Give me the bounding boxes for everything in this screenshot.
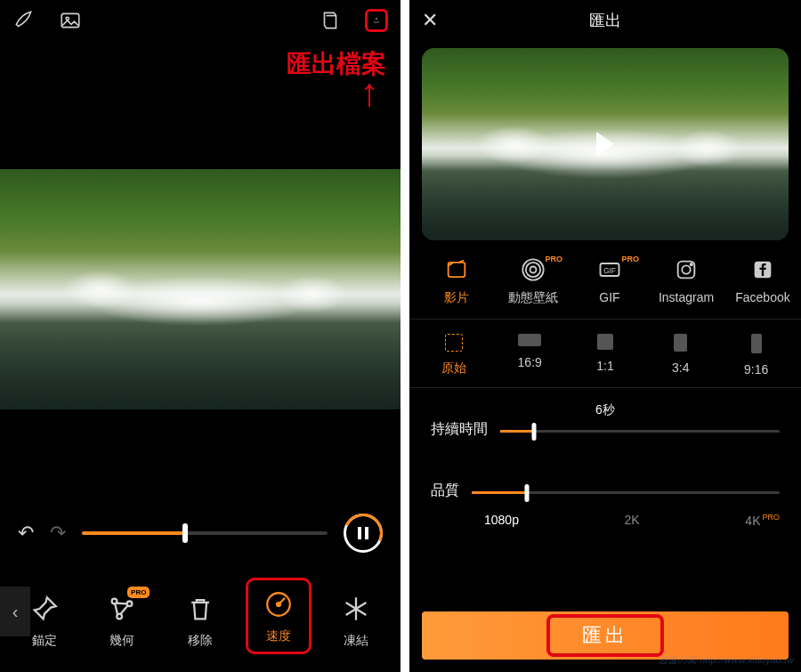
- tool-freeze[interactable]: 凍結: [323, 592, 389, 649]
- duration-value: 6秒: [431, 402, 780, 418]
- speed-slider[interactable]: [82, 531, 328, 535]
- pin-icon: [28, 592, 61, 626]
- tool-label: 速度: [266, 628, 291, 644]
- format-instagram[interactable]: Instagram: [648, 256, 724, 306]
- ratio-label: 9:16: [744, 362, 768, 376]
- ratio-row: 原始 16:9 1:1 3:4 9:16: [409, 320, 801, 388]
- export-preview[interactable]: [422, 48, 789, 240]
- svg-point-3: [127, 602, 133, 607]
- format-label: 影片: [444, 290, 469, 306]
- close-button[interactable]: ✕: [422, 9, 438, 32]
- tool-speed[interactable]: 速度: [246, 578, 312, 654]
- tool-label: 錨定: [32, 633, 57, 649]
- brush-icon[interactable]: [12, 9, 36, 32]
- svg-point-4: [117, 614, 123, 619]
- format-facebook[interactable]: Facebook: [724, 256, 801, 306]
- facebook-icon: [749, 256, 776, 283]
- tool-shape[interactable]: PRO 幾何: [89, 592, 155, 649]
- redo-button[interactable]: ↷: [50, 522, 66, 545]
- export-button[interactable]: 匯出: [422, 611, 789, 660]
- ratio-label: 16:9: [518, 355, 542, 369]
- instagram-icon: [673, 256, 700, 283]
- format-label: GIF: [599, 290, 619, 304]
- pro-badge: PRO: [127, 587, 150, 598]
- ratio-shape-icon: [445, 334, 463, 352]
- svg-point-15: [691, 263, 692, 265]
- ratio-shape-icon: [751, 334, 762, 353]
- ratio-1-1[interactable]: 1:1: [568, 334, 643, 376]
- format-video[interactable]: 影片: [418, 256, 495, 306]
- format-label: 動態壁紙: [508, 290, 558, 306]
- format-gif[interactable]: PRO GIF GIF: [571, 256, 648, 306]
- duration-slider[interactable]: [500, 430, 780, 433]
- play-icon[interactable]: [596, 132, 614, 157]
- pro-badge: PRO: [621, 255, 639, 263]
- layers-icon[interactable]: [319, 9, 342, 32]
- format-row: 影片 PRO 動態壁紙 PRO GIF GIF Instagram: [409, 240, 801, 320]
- format-label: Facebook: [735, 290, 789, 304]
- export-header: ✕ 匯出: [409, 0, 801, 41]
- svg-point-9: [526, 263, 540, 277]
- quality-section: 品質 1080p 2K 4KPRO: [409, 467, 801, 528]
- quality-slider[interactable]: [472, 491, 780, 494]
- svg-rect-0: [61, 13, 79, 27]
- tool-remove[interactable]: 移除: [167, 592, 233, 649]
- format-label: Instagram: [659, 290, 714, 304]
- ratio-label: 1:1: [596, 359, 613, 373]
- duration-label: 持續時間: [431, 420, 488, 439]
- quality-tick: 1080p: [484, 513, 519, 528]
- svg-text:GIF: GIF: [603, 267, 616, 275]
- annotation-export-file: 匯出檔案 ↑: [287, 52, 386, 112]
- quality-tick: 4KPRO: [745, 513, 780, 528]
- tool-label: 幾何: [109, 633, 134, 649]
- export-icon[interactable]: [365, 9, 388, 32]
- ratio-shape-icon: [597, 334, 613, 350]
- export-screen: ✕ 匯出 影片 PRO 動態壁紙 PRO GIF GIF: [409, 0, 801, 672]
- video-icon: [443, 256, 470, 283]
- snowflake-icon: [339, 592, 373, 626]
- ratio-label: 原始: [441, 360, 466, 376]
- duration-section: 6秒 持續時間: [409, 388, 801, 442]
- quality-ticks: 1080p 2K 4KPRO: [431, 513, 780, 528]
- editor-topbar: [0, 0, 400, 41]
- gif-icon: GIF: [596, 256, 623, 283]
- ratio-9-16[interactable]: 9:16: [718, 334, 794, 376]
- pro-badge: PRO: [545, 255, 562, 263]
- ratio-shape-icon: [518, 334, 541, 346]
- ratio-original[interactable]: 原始: [417, 334, 492, 376]
- pause-button[interactable]: [344, 514, 383, 553]
- page-title: 匯出: [589, 10, 621, 31]
- image-icon[interactable]: [59, 9, 82, 32]
- quality-tick: 2K: [625, 513, 640, 528]
- svg-point-8: [530, 267, 537, 273]
- editor-screen: 匯出檔案 ↑ ↶ ↷ ‹ 錨定 PRO 幾何: [0, 0, 400, 672]
- highlight-box: [546, 614, 664, 657]
- undo-button[interactable]: ↶: [18, 522, 34, 545]
- ratio-shape-icon: [674, 334, 687, 352]
- svg-point-2: [112, 599, 117, 604]
- preview-canvas[interactable]: [0, 169, 400, 409]
- ratio-label: 3:4: [672, 360, 689, 375]
- arrow-up-icon: ↑: [360, 73, 379, 112]
- svg-point-14: [682, 265, 690, 273]
- livewallpaper-icon: [520, 256, 546, 283]
- quality-label: 品質: [431, 482, 459, 500]
- svg-point-6: [277, 603, 280, 606]
- format-livewallpaper[interactable]: PRO 動態壁紙: [495, 256, 571, 306]
- tool-anchor[interactable]: 錨定: [12, 592, 77, 649]
- playback-controls: ↶ ↷: [0, 506, 400, 560]
- tool-label: 移除: [188, 633, 213, 649]
- ratio-16-9[interactable]: 16:9: [492, 334, 568, 376]
- tool-strip: 錨定 PRO 幾何 移除 速度 凍結: [0, 569, 400, 672]
- trash-icon: [183, 592, 217, 626]
- tool-label: 凍結: [344, 633, 368, 649]
- ratio-3-4[interactable]: 3:4: [643, 334, 718, 376]
- speedometer-icon: [262, 587, 295, 621]
